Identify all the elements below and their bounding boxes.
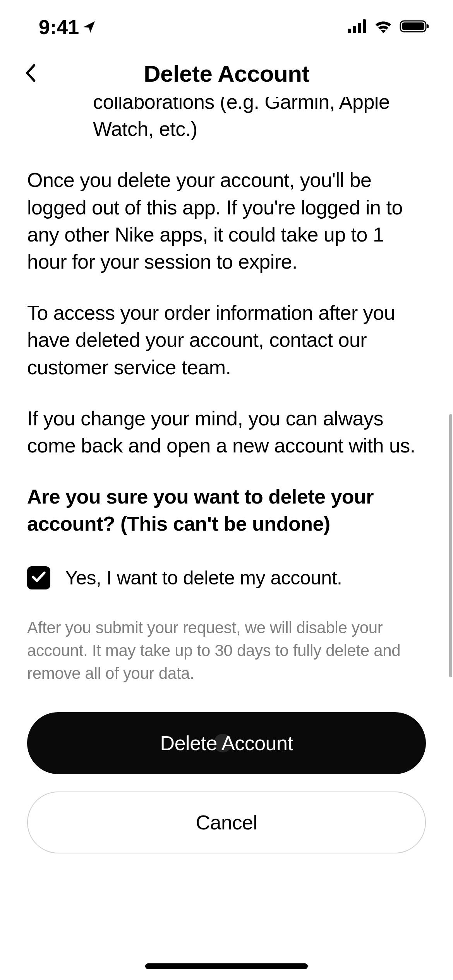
status-time-group: 9:41 (39, 15, 96, 39)
page-title: Delete Account (144, 60, 309, 87)
svg-rect-6 (427, 24, 429, 28)
checkbox-label: Yes, I want to delete my account. (65, 567, 342, 589)
cancel-button[interactable]: Cancel (27, 792, 426, 853)
status-bar: 9:41 (0, 0, 453, 50)
confirm-checkbox[interactable] (27, 566, 50, 589)
nav-header: Delete Account (0, 50, 453, 97)
main-content: collaborations (e.g. Garmin, Apple Watch… (0, 97, 453, 853)
svg-rect-3 (363, 19, 366, 33)
button-group: Delete Account Cancel (27, 712, 426, 853)
back-button[interactable] (19, 60, 43, 88)
partial-list-item: collaborations (e.g. Garmin, Apple Watch… (27, 97, 426, 142)
location-icon (82, 15, 96, 39)
svg-rect-0 (348, 29, 351, 33)
svg-rect-1 (353, 26, 356, 33)
info-paragraph-2: To access your order information after y… (27, 299, 426, 381)
home-indicator[interactable] (145, 963, 308, 969)
status-indicators (348, 19, 430, 35)
checkmark-icon (31, 571, 46, 585)
info-paragraph-3: If you change your mind, you can always … (27, 405, 426, 459)
battery-icon (400, 19, 430, 35)
status-time: 9:41 (39, 15, 79, 39)
scroll-indicator[interactable] (449, 414, 452, 677)
chevron-left-icon (23, 78, 39, 84)
fine-print: After you submit your request, we will d… (27, 617, 426, 685)
confirm-checkbox-row[interactable]: Yes, I want to delete my account. (27, 566, 426, 589)
svg-rect-2 (358, 23, 361, 33)
confirm-question: Are you sure you want to delete your acc… (27, 483, 426, 537)
info-paragraph-1: Once you delete your account, you'll be … (27, 166, 426, 275)
wifi-icon (374, 19, 393, 35)
delete-account-button[interactable]: Delete Account (27, 712, 426, 774)
cellular-icon (348, 19, 367, 35)
svg-rect-5 (402, 22, 424, 30)
